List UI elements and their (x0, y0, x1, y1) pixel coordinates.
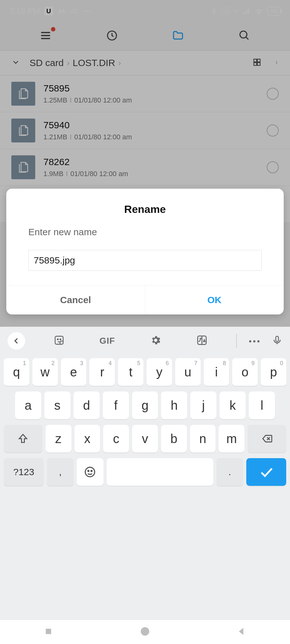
file-row[interactable]: 75940 1.21MBI01/01/80 12:00 am (0, 112, 290, 149)
svg-point-35 (143, 629, 147, 634)
gif-button[interactable]: GIF (99, 336, 115, 346)
dialog-label: Enter new name (6, 219, 284, 241)
search-button[interactable] (238, 30, 250, 43)
key-i[interactable]: i8 (204, 358, 229, 386)
key-e[interactable]: e3 (61, 358, 86, 386)
settings-icon[interactable] (150, 335, 161, 347)
key-r[interactable]: r4 (89, 358, 115, 386)
svg-rect-23 (55, 336, 64, 344)
key-g[interactable]: g (132, 391, 158, 419)
backspace-key[interactable] (248, 425, 286, 452)
view-grid-button[interactable] (252, 58, 262, 68)
translate-icon[interactable] (196, 335, 208, 347)
key-c[interactable]: c (103, 425, 129, 452)
svg-rect-4 (75, 10, 76, 11)
signal-icon (242, 7, 250, 15)
breadcrumb-folder[interactable]: LOST.DIR (73, 58, 115, 68)
key-u[interactable]: u7 (175, 358, 201, 386)
ok-button[interactable]: OK (145, 286, 284, 314)
network-type: 4G (233, 9, 238, 13)
key-m[interactable]: m (219, 425, 244, 452)
space-key[interactable] (107, 458, 213, 486)
svg-rect-7 (244, 11, 245, 14)
nav-back-button[interactable] (236, 626, 247, 638)
comma-key[interactable]: , (47, 458, 74, 486)
key-k[interactable]: k (220, 391, 246, 419)
key-d[interactable]: d (74, 391, 100, 419)
volte-icon: VoLTE (221, 7, 229, 15)
svg-line-15 (246, 37, 248, 40)
svg-rect-0 (71, 9, 77, 13)
key-n[interactable]: n (190, 425, 216, 452)
svg-point-24 (58, 339, 59, 340)
rename-input[interactable] (28, 250, 262, 271)
svg-rect-27 (276, 336, 279, 341)
shift-key[interactable] (4, 425, 42, 452)
file-row[interactable]: 75895 1.25MBI01/01/80 12:00 am (0, 75, 290, 112)
key-z[interactable]: z (46, 425, 71, 452)
files-tab[interactable] (172, 30, 184, 43)
key-j[interactable]: j (190, 391, 216, 419)
divider (236, 334, 237, 348)
emoji-key[interactable] (77, 458, 103, 486)
kb-more-button[interactable] (248, 338, 260, 344)
key-y[interactable]: y6 (147, 358, 172, 386)
key-w[interactable]: w2 (32, 358, 58, 386)
file-icon (11, 119, 35, 142)
key-v[interactable]: v (132, 425, 158, 452)
breadcrumb-expand[interactable] (11, 58, 20, 68)
symbols-key[interactable]: ?123 (4, 458, 44, 486)
key-l[interactable]: l (249, 391, 275, 419)
svg-rect-1 (72, 10, 73, 11)
period-key[interactable]: . (216, 458, 243, 486)
svg-rect-16 (254, 59, 257, 62)
svg-point-30 (85, 467, 95, 477)
key-t[interactable]: t5 (118, 358, 143, 386)
keyboard-toolbar: GIF (0, 327, 290, 355)
key-s[interactable]: s (44, 391, 70, 419)
file-name: 75940 (43, 120, 132, 130)
keyboard-row-2: a s d f g h j k l (4, 391, 286, 419)
key-a[interactable]: a (15, 391, 41, 419)
key-p[interactable]: p0 (261, 358, 286, 386)
bluetooth-icon (210, 7, 218, 15)
key-x[interactable]: x (75, 425, 100, 452)
keyboard: GIF q1 w2 e3 r4 t5 y6 u7 i8 o9 p0 a s d … (0, 327, 290, 644)
dialog-title: Rename (6, 189, 284, 219)
key-b[interactable]: b (161, 425, 187, 452)
select-radio[interactable] (267, 161, 279, 173)
svg-rect-17 (257, 59, 260, 62)
file-name: 78262 (43, 157, 128, 167)
key-h[interactable]: h (161, 391, 187, 419)
svg-rect-5 (73, 11, 75, 12)
key-f[interactable]: f (103, 391, 129, 419)
key-q[interactable]: q1 (4, 358, 29, 386)
breadcrumb-root[interactable]: SD card (30, 58, 64, 68)
battery-icon: 98 (267, 7, 281, 16)
menu-button[interactable] (40, 30, 52, 43)
file-row[interactable]: 78262 1.9MBI01/01/80 12:00 am (0, 149, 290, 186)
app-m-icon (58, 7, 66, 15)
mic-icon[interactable] (272, 335, 282, 347)
file-icon (11, 82, 35, 106)
keyboard-row-4: ?123 , . (4, 458, 286, 486)
svg-rect-8 (246, 10, 247, 14)
svg-point-32 (91, 470, 92, 471)
svg-point-22 (276, 63, 277, 64)
wifi-icon (254, 6, 264, 16)
key-o[interactable]: o9 (232, 358, 258, 386)
kb-back-button[interactable] (8, 332, 25, 350)
rename-dialog: Rename Enter new name Cancel OK (6, 189, 284, 314)
breadcrumb[interactable]: SD card › LOST.DIR › (30, 58, 121, 68)
recent-tab[interactable] (106, 30, 118, 43)
nav-recent-button[interactable] (43, 626, 54, 638)
enter-key[interactable] (246, 458, 286, 486)
sticker-icon[interactable] (54, 335, 64, 347)
select-radio[interactable] (267, 88, 279, 100)
more-options-button[interactable] (276, 58, 279, 68)
nav-home-button[interactable] (140, 626, 150, 638)
svg-rect-6 (243, 12, 244, 14)
chevron-right-icon: › (67, 58, 70, 68)
cancel-button[interactable]: Cancel (6, 286, 145, 314)
select-radio[interactable] (267, 125, 279, 136)
